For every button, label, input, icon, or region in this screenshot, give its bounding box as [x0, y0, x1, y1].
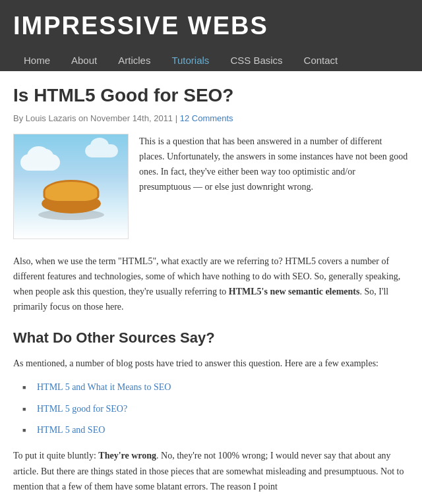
nav-home[interactable]: Home	[13, 49, 61, 71]
section1-intro: As mentioned, a number of blog posts hav…	[13, 356, 409, 371]
cloud-2	[85, 144, 118, 157]
section1-heading: What Do Other Sources Say?	[13, 326, 409, 349]
list-item: HTML 5 and What it Means to SEO	[26, 380, 409, 395]
cloud-1	[20, 154, 60, 171]
link-3[interactable]: HTML 5 and SEO	[37, 425, 105, 435]
comments-link[interactable]: 12 Comments	[180, 113, 233, 123]
main-content: Is HTML5 Good for SEO? By Louis Lazaris …	[0, 71, 422, 504]
article-body: This is a question that has been answere…	[13, 134, 409, 494]
link-2[interactable]: HTML 5 good for SEO?	[37, 404, 127, 414]
intro-p2-bold: HTML5's new semantic elements	[229, 287, 360, 296]
nav-articles[interactable]: Articles	[107, 49, 161, 71]
site-title: IMPRESSIVE WEBS	[13, 12, 409, 40]
conclusion-before-1: To put it quite bluntly:	[13, 451, 98, 461]
link-1[interactable]: HTML 5 and What it Means to SEO	[37, 382, 171, 392]
nav-about[interactable]: About	[61, 49, 107, 71]
pie-top	[43, 180, 99, 203]
nav-contact[interactable]: Contact	[293, 49, 349, 71]
article-meta: By Louis Lazaris on November 14th, 2011 …	[13, 113, 409, 123]
list-item: HTML 5 good for SEO?	[26, 402, 409, 416]
site-header: IMPRESSIVE WEBS Home About Articles Tuto…	[0, 0, 422, 71]
nav-tutorials[interactable]: Tutorials	[161, 49, 220, 71]
article-image	[13, 134, 129, 239]
nav-css-basics[interactable]: CSS Basics	[220, 49, 293, 71]
article-intro: This is a question that has been answere…	[13, 134, 409, 244]
article-title: Is HTML5 Good for SEO?	[13, 84, 409, 107]
article-byline: By Louis Lazaris on November 14th, 2011 …	[13, 113, 177, 123]
link-list: HTML 5 and What it Means to SEO HTML 5 g…	[26, 380, 409, 437]
conclusion-bold-1: They're wrong	[98, 451, 156, 461]
main-nav: Home About Articles Tutorials CSS Basics…	[13, 49, 409, 71]
list-item: HTML 5 and SEO	[26, 423, 409, 437]
conclusion-text: To put it quite bluntly: They're wrong. …	[13, 448, 409, 493]
intro-paragraph-2: Also, when we use the term "HTML5", what…	[13, 254, 409, 314]
